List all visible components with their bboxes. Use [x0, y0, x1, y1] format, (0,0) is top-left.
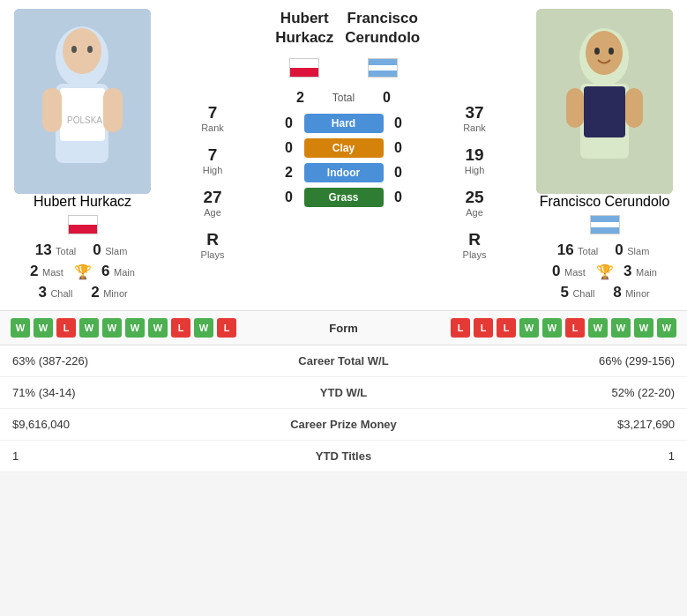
left-header-name: Hubert Hurkacz	[265, 9, 344, 48]
form-badge-l: L	[565, 318, 585, 338]
svg-text:POLSKA: POLSKA	[67, 115, 102, 125]
clay-left-score: 0	[280, 140, 299, 156]
form-badge-l: L	[497, 318, 516, 338]
svg-point-14	[594, 48, 600, 55]
left-total-lbl: Total	[56, 246, 76, 256]
right-rank-lbl: Rank	[463, 122, 486, 133]
left-total-slam: 13 Total 0 Slam	[35, 241, 131, 259]
left-age-stat: 27 Age	[203, 188, 221, 218]
right-mast-lbl: Mast	[564, 267, 586, 278]
indoor-left-score: 2	[280, 165, 299, 181]
svg-rect-6	[60, 88, 105, 141]
right-plays-val: R	[463, 230, 487, 249]
right-chall-lbl: Chall	[572, 288, 594, 299]
left-minor-val: 2	[91, 284, 99, 301]
left-center-col: 7 Rank 7 High 27 Age R Plays	[160, 9, 265, 301]
left-slam-lbl: Slam	[105, 246, 127, 256]
right-name-line2: Cerundolo	[345, 29, 420, 46]
stats-left-2: $9,616,040	[0, 409, 275, 441]
form-badge-w: W	[125, 318, 145, 338]
left-mast-cell: 2 Mast	[27, 263, 67, 280]
left-mast-lbl: Mast	[42, 267, 63, 278]
svg-point-15	[609, 48, 614, 55]
right-mast-cell: 0 Mast	[549, 263, 589, 280]
right-main-val: 3	[624, 263, 631, 279]
center-main-col: Hubert Hurkacz Francisco Cerundolo	[265, 9, 422, 301]
right-slam-lbl: Slam	[627, 246, 649, 256]
left-plays-stat: R Plays	[201, 230, 225, 260]
svg-rect-16	[584, 86, 625, 137]
left-plays-lbl: Plays	[201, 249, 225, 260]
form-badge-w: W	[588, 318, 608, 338]
right-chall-minor: 5 Chall 8 Minor	[558, 284, 652, 301]
left-name-line2: Hurkacz	[275, 29, 333, 46]
left-player-flag	[68, 215, 98, 234]
right-header-name: Francisco Cerundolo	[344, 9, 422, 48]
left-main-val: 6	[101, 263, 109, 279]
right-age-val: 25	[465, 188, 483, 207]
right-main-lbl: Main	[636, 267, 657, 278]
clay-btn: Clay	[304, 138, 384, 158]
indoor-right-score: 0	[389, 165, 408, 181]
svg-rect-18	[625, 88, 643, 128]
center-right-flag	[368, 58, 398, 78]
stats-row-0: 63% (387-226) Career Total W/L 66% (299-…	[0, 345, 687, 377]
left-mast-row: 2 Mast 🏆 6 Main	[27, 263, 138, 280]
form-badge-w: W	[194, 318, 213, 338]
form-badge-w: W	[79, 318, 99, 338]
total-row: 2 Total 0	[291, 90, 397, 106]
stats-left-0: 63% (387-226)	[0, 345, 275, 377]
svg-rect-17	[566, 88, 584, 128]
svg-point-13	[586, 31, 623, 75]
stats-label-3: YTD Titles	[275, 441, 413, 472]
stats-row-3: 1 YTD Titles 1	[0, 441, 687, 472]
left-rank-stat: 7 Rank	[201, 103, 224, 133]
form-badge-w: W	[102, 318, 122, 338]
left-rank-lbl: Rank	[201, 122, 224, 133]
form-section: WWLWWWWLWL Form LLLWWLWWWW	[0, 310, 687, 345]
right-minor-lbl: Minor	[625, 288, 650, 299]
stats-right-3: 1	[412, 441, 687, 472]
form-badge-w: W	[34, 318, 53, 338]
left-total-val: 13	[35, 241, 52, 258]
right-rank-val: 37	[463, 103, 486, 122]
left-age-val: 27	[203, 188, 221, 207]
right-trophy-icon: 🏆	[596, 263, 614, 280]
right-player-name: Francisco Cerundolo	[540, 194, 670, 210]
hard-left-score: 0	[280, 115, 299, 131]
form-badge-w: W	[148, 318, 168, 338]
right-total-slam: 16 Total 0 Slam	[557, 241, 653, 259]
form-badge-w: W	[634, 318, 653, 338]
form-badge-w: W	[11, 318, 30, 338]
left-player-name: Hubert Hurkacz	[34, 194, 131, 210]
hard-btn: Hard	[304, 114, 384, 133]
stats-row-2: $9,616,040 Career Prize Money $3,217,690	[0, 409, 687, 441]
form-badge-w: W	[611, 318, 631, 338]
left-minor-lbl: Minor	[103, 288, 128, 299]
top-section: POLSKA Hubert Hurkacz 13 Total 0 Slam	[0, 0, 687, 310]
stats-table: 63% (387-226) Career Total W/L 66% (299-…	[0, 345, 687, 472]
clay-row: 0 Clay 0	[280, 138, 408, 158]
left-high-lbl: High	[203, 165, 223, 175]
total-label: Total	[317, 92, 370, 104]
left-form-badges: WWLWWWWLWL	[11, 318, 303, 338]
left-chall-lbl: Chall	[50, 288, 72, 299]
right-high-lbl: High	[465, 165, 485, 175]
left-main-cell: 6 Main	[99, 263, 138, 280]
right-player-flag	[590, 215, 620, 234]
left-player-column: POLSKA Hubert Hurkacz 13 Total 0 Slam	[5, 9, 160, 301]
left-age-lbl: Age	[203, 207, 221, 218]
form-badge-w: W	[542, 318, 562, 338]
left-player-photo: POLSKA	[14, 9, 151, 194]
grass-row: 0 Grass 0	[280, 188, 408, 207]
right-rank-stat: 37 Rank	[463, 103, 486, 133]
right-chall-cell: 5 Chall	[558, 284, 598, 301]
right-plays-lbl: Plays	[463, 249, 487, 260]
total-left-score: 2	[291, 90, 310, 106]
grass-right-score: 0	[389, 189, 408, 205]
svg-point-5	[87, 46, 93, 53]
svg-point-4	[71, 46, 77, 53]
stats-row-1: 71% (34-14) YTD W/L 52% (22-20)	[0, 377, 687, 409]
stats-left-3: 1	[0, 441, 275, 472]
right-name-line1: Francisco	[347, 10, 418, 26]
